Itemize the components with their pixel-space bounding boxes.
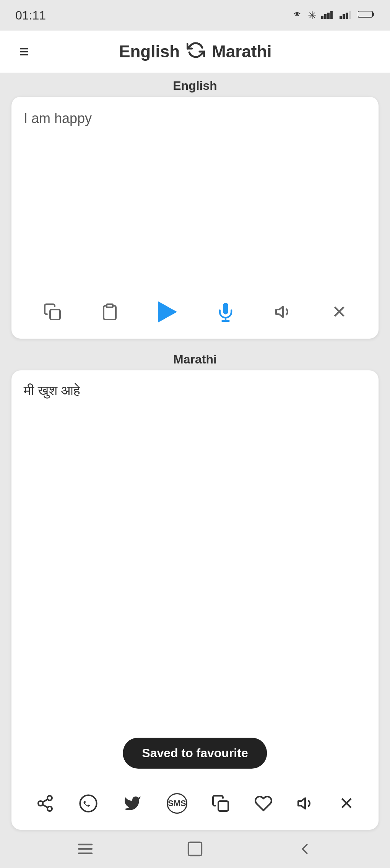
nav-back-icon — [296, 840, 314, 858]
saved-toast: Saved to favourite — [123, 738, 267, 769]
mic-button[interactable] — [212, 298, 239, 326]
nav-menu-icon — [76, 840, 94, 858]
target-language-label: Marathi — [0, 346, 390, 370]
translated-text: मी खुश आहे — [24, 383, 80, 398]
copy-translation-button[interactable] — [208, 790, 234, 816]
nav-back-button[interactable] — [292, 836, 317, 862]
menu-button[interactable]: ≡ — [15, 38, 33, 65]
wifi-icon — [291, 9, 303, 22]
svg-point-21 — [80, 795, 96, 811]
twitter-icon — [122, 794, 142, 813]
language-selector: English Marathi — [33, 41, 358, 63]
svg-rect-5 — [340, 16, 342, 19]
input-actions-bar: ✕ — [24, 291, 366, 326]
copy-translation-icon — [211, 794, 230, 813]
status-bar: 01:11 ✳ — [0, 0, 390, 31]
svg-rect-12 — [107, 304, 113, 307]
send-chevron-icon — [158, 301, 177, 323]
mic-icon — [216, 302, 236, 322]
to-language[interactable]: Marathi — [212, 42, 271, 61]
signal-icon — [321, 9, 335, 22]
nav-home-icon — [186, 840, 204, 858]
copy-source-button[interactable] — [39, 299, 65, 325]
svg-rect-22 — [218, 801, 228, 811]
close-translation-icon: ✕ — [339, 793, 354, 814]
svg-rect-4 — [330, 11, 333, 19]
svg-rect-8 — [349, 11, 351, 19]
svg-line-19 — [42, 805, 48, 808]
volume-translation-icon — [297, 794, 315, 813]
copy-icon — [43, 303, 62, 321]
sms-icon: SMS — [167, 793, 187, 814]
output-card: मी खुश आहे Saved to favourite — [11, 370, 379, 830]
input-card: I am happy — [11, 97, 379, 339]
svg-line-20 — [42, 799, 48, 802]
svg-rect-27 — [188, 842, 202, 856]
nav-bar — [0, 830, 390, 868]
close-icon: ✕ — [332, 303, 347, 321]
close-translation-button[interactable]: ✕ — [335, 789, 358, 818]
whatsapp-icon — [78, 793, 98, 813]
nav-menu-button[interactable] — [73, 836, 98, 862]
app-header: ≡ English Marathi — [0, 31, 390, 73]
bluetooth-icon: ✳ — [308, 9, 317, 22]
svg-rect-10 — [372, 13, 374, 16]
paste-button[interactable] — [97, 299, 123, 325]
svg-rect-6 — [343, 14, 345, 19]
share-button[interactable] — [32, 790, 58, 816]
nav-home-button[interactable] — [182, 836, 208, 862]
svg-rect-9 — [358, 11, 372, 17]
svg-rect-7 — [346, 13, 348, 19]
source-language-label: English — [0, 73, 390, 97]
signal2-icon — [340, 9, 353, 22]
status-icons: ✳ — [291, 9, 375, 22]
source-text-input[interactable]: I am happy — [24, 109, 366, 285]
translate-send-button[interactable] — [154, 297, 181, 326]
sms-button[interactable]: SMS — [163, 789, 191, 818]
svg-marker-15 — [276, 307, 283, 317]
speak-source-button[interactable] — [271, 299, 297, 325]
clear-source-button[interactable]: ✕ — [328, 299, 351, 324]
svg-rect-1 — [321, 16, 323, 19]
from-language[interactable]: English — [119, 42, 180, 61]
svg-rect-11 — [50, 310, 60, 320]
swap-languages-icon[interactable] — [187, 41, 205, 63]
share-icon — [36, 794, 54, 813]
battery-icon — [358, 9, 375, 21]
whatsapp-button[interactable] — [75, 790, 102, 817]
paste-icon — [101, 303, 119, 321]
favourite-button[interactable] — [250, 790, 276, 816]
status-time: 01:11 — [15, 8, 46, 23]
speak-translation-button[interactable] — [293, 790, 319, 816]
svg-rect-3 — [327, 13, 330, 19]
volume-icon — [275, 303, 293, 321]
output-actions-bar: SMS ✕ — [24, 789, 366, 818]
svg-marker-23 — [298, 798, 305, 809]
svg-rect-2 — [324, 14, 327, 19]
twitter-button[interactable] — [119, 790, 146, 816]
heart-icon — [254, 794, 273, 813]
